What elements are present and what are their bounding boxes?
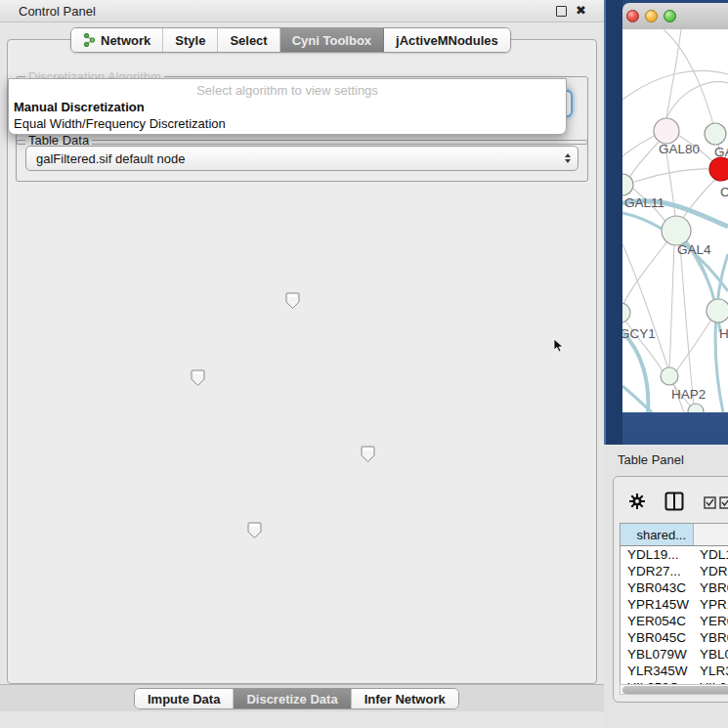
table-horizontal-scrollbar[interactable] — [620, 684, 728, 695]
tab-label: Style — [175, 33, 205, 48]
cell-name[interactable]: YBR0 — [694, 629, 728, 646]
cell-name[interactable]: YPR1 — [694, 596, 728, 613]
node-label-gal11: GAL11 — [624, 195, 664, 210]
bottom-tabbar: Impute Data Discretize Data Infer Networ… — [134, 688, 459, 709]
cell-name[interactable]: YLR3 — [694, 663, 728, 679]
table-row[interactable]: YER054CYER0 — [621, 613, 728, 629]
column-header-name[interactable]: n — [694, 524, 728, 545]
table-row[interactable]: YBL079WYBL0 — [621, 646, 728, 663]
cell-name[interactable]: YER0 — [694, 613, 728, 629]
node-gcy1[interactable] — [622, 303, 630, 322]
network-window-titlebar[interactable] — [622, 3, 728, 30]
node-table: shared... n YDL19...YDL1 YDR27...YDR2 YB… — [620, 523, 728, 685]
zoom-traffic-light-icon[interactable] — [664, 10, 676, 22]
tab-infer-network[interactable]: Infer Network — [352, 689, 458, 708]
node-label-gal80: GAL80 — [659, 142, 700, 156]
node-gal4[interactable] — [662, 216, 691, 245]
table-row[interactable]: YBR045CYBR0 — [621, 629, 728, 646]
tab-discretize-data[interactable]: Discretize Data — [234, 689, 351, 708]
slider-thumb[interactable] — [285, 292, 300, 313]
node-label-h: H — [719, 326, 728, 341]
column-layout-icon[interactable] — [664, 492, 684, 511]
menu-item-manual-discretization[interactable]: Manual Discretization — [14, 100, 145, 114]
table-data-combo[interactable]: galFiltered.sif default node — [25, 146, 578, 171]
cell-shared[interactable]: YDL19... — [621, 546, 694, 563]
cell-shared[interactable]: YER054C — [621, 613, 694, 629]
tab-select[interactable]: Select — [218, 28, 279, 52]
node-h[interactable] — [707, 299, 728, 322]
table-panel-box: shared... n YDL19...YDL1 YDR27...YDR2 YB… — [613, 476, 728, 703]
panel-title: Control Panel — [19, 4, 96, 19]
gear-icon[interactable] — [628, 492, 646, 510]
algorithm-dropdown-popup: Select algorithm to view settings Manual… — [8, 78, 567, 135]
tab-jactivemnodules[interactable]: jActiveMNodules — [384, 28, 510, 52]
network-desktop: GAL80 GA C GAL11 GAL4 GCY1 H HAP2 — [604, 0, 728, 445]
node-label-c: C — [720, 185, 728, 199]
slider-thumb[interactable] — [191, 369, 205, 390]
minimize-traffic-light-icon[interactable] — [645, 10, 658, 22]
node-label-hap2: HAP2 — [671, 387, 706, 402]
tab-label: Infer Network — [364, 692, 446, 707]
cell-shared[interactable]: YPR145W — [621, 596, 694, 613]
cell-shared[interactable]: YBR045C — [621, 629, 694, 646]
node-gal80[interactable] — [654, 118, 679, 144]
tab-cyni-toolbox[interactable]: Cyni Toolbox — [280, 28, 384, 52]
node-partial[interactable] — [688, 404, 704, 412]
mouse-cursor — [553, 338, 564, 353]
tab-style[interactable]: Style — [163, 28, 218, 52]
checkbox-columns-icon[interactable] — [704, 496, 728, 509]
table-horizontal-scrollbar-thumb[interactable] — [622, 686, 728, 694]
table-row[interactable]: YDL19...YDL1 — [621, 546, 728, 563]
node-ga[interactable] — [705, 123, 726, 145]
tab-label: Impute Data — [148, 692, 220, 707]
tab-label: Network — [101, 33, 150, 48]
algorithm-placeholder: Select algorithm to view settings — [9, 83, 566, 98]
table-row[interactable]: YBR043CYBR0 — [621, 579, 728, 596]
tab-label: Discretize Data — [246, 692, 337, 707]
tab-network[interactable]: Network — [71, 28, 163, 52]
control-panel: Control Panel ✖ Network Style Select Cyn… — [0, 0, 604, 728]
node-label-gcy1: GCY1 — [622, 326, 656, 341]
network-graph: GAL80 GA C GAL11 GAL4 GCY1 H HAP2 — [622, 29, 728, 412]
network-icon — [83, 33, 96, 47]
tab-label: Cyni Toolbox — [292, 33, 371, 48]
table-panel-title: Table Panel — [618, 452, 684, 467]
close-traffic-light-icon[interactable] — [626, 10, 639, 22]
table-header-row: shared... n — [621, 524, 728, 546]
cell-shared[interactable]: YBR043C — [621, 579, 694, 596]
node-label-gal4: GAL4 — [677, 242, 711, 257]
cell-name[interactable]: YDR2 — [694, 563, 728, 579]
table-row[interactable]: YLR345WYLR3 — [621, 663, 728, 679]
table-row[interactable]: YPR145WYPR1 — [621, 596, 728, 613]
desktop-edge — [604, 0, 622, 445]
table-data-combo-value: galFiltered.sif default node — [36, 151, 185, 166]
cell-shared[interactable]: YDR27... — [621, 563, 694, 579]
cell-name[interactable]: YBL0 — [694, 646, 728, 663]
tab-label: Select — [230, 33, 267, 48]
cell-shared[interactable]: YLR345W — [621, 663, 694, 679]
combo-spinner-icon — [565, 153, 571, 163]
cell-name[interactable]: YDL1 — [694, 546, 728, 563]
screen: Control Panel ✖ Network Style Select Cyn… — [0, 0, 728, 728]
control-panel-tabbar: Network Style Select Cyni Toolbox jActiv… — [70, 27, 511, 53]
node-hap2[interactable] — [661, 367, 678, 385]
slider-thumb[interactable] — [361, 446, 375, 466]
node-red-selected[interactable] — [709, 157, 728, 181]
cell-name[interactable]: YBR0 — [694, 579, 728, 596]
table-row[interactable]: YDR27...YDR2 — [621, 563, 728, 579]
close-icon[interactable]: ✖ — [576, 3, 586, 18]
tab-label: jActiveMNodules — [396, 33, 498, 48]
column-header-shared-name[interactable]: shared... — [621, 524, 694, 545]
control-panel-titlebar: Control Panel ✖ — [0, 0, 604, 22]
node-gal11[interactable] — [622, 174, 633, 195]
float-window-icon[interactable] — [556, 6, 567, 17]
tab-impute-data[interactable]: Impute Data — [135, 689, 234, 708]
table-panel: Table Panel — [604, 445, 728, 728]
bottom-tab-strip: Impute Data Discretize Data Infer Networ… — [0, 684, 604, 711]
cell-shared[interactable]: YBL079W — [621, 646, 694, 663]
network-canvas[interactable]: GAL80 GA C GAL11 GAL4 GCY1 H HAP2 — [622, 29, 728, 412]
slider-thumb[interactable] — [247, 522, 262, 542]
node-label-ga: GA — [714, 145, 728, 159]
menu-item-equal-width-discretization[interactable]: Equal Width/Frequency Discretization — [14, 116, 226, 131]
